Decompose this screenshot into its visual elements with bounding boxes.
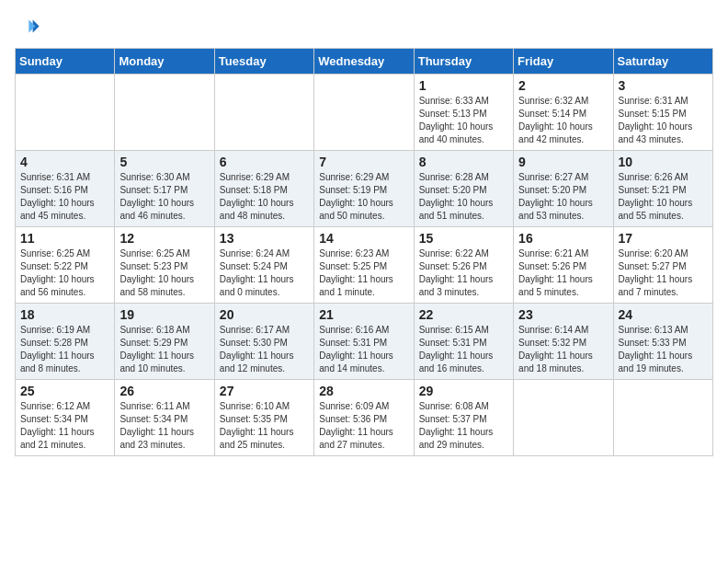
day-info: Sunrise: 6:18 AM Sunset: 5:29 PM Dayligh…	[119, 324, 209, 375]
day-number: 5	[119, 155, 209, 169]
calendar-cell: 10Sunrise: 6:26 AM Sunset: 5:21 PM Dayli…	[613, 151, 712, 227]
day-info: Sunrise: 6:11 AM Sunset: 5:34 PM Dayligh…	[119, 400, 209, 452]
calendar-week-row: 1Sunrise: 6:33 AM Sunset: 5:13 PM Daylig…	[16, 75, 713, 151]
day-number: 23	[518, 307, 608, 322]
day-number: 1	[419, 78, 508, 93]
day-number: 19	[119, 307, 209, 322]
calendar-cell: 14Sunrise: 6:23 AM Sunset: 5:25 PM Dayli…	[314, 227, 414, 304]
calendar-cell: 28Sunrise: 6:09 AM Sunset: 5:36 PM Dayli…	[314, 380, 414, 456]
calendar-cell: 20Sunrise: 6:17 AM Sunset: 5:30 PM Dayli…	[214, 304, 313, 380]
day-info: Sunrise: 6:31 AM Sunset: 5:16 PM Dayligh…	[20, 171, 109, 223]
logo	[15, 15, 42, 40]
day-number: 6	[220, 155, 309, 169]
day-number: 9	[518, 155, 608, 169]
calendar-cell: 12Sunrise: 6:25 AM Sunset: 5:23 PM Dayli…	[115, 227, 214, 304]
calendar-cell: 27Sunrise: 6:10 AM Sunset: 5:35 PM Dayli…	[214, 380, 313, 456]
day-info: Sunrise: 6:17 AM Sunset: 5:30 PM Dayligh…	[220, 324, 309, 375]
day-info: Sunrise: 6:15 AM Sunset: 5:31 PM Dayligh…	[419, 324, 508, 375]
calendar-cell: 25Sunrise: 6:12 AM Sunset: 5:34 PM Dayli…	[16, 380, 115, 456]
calendar-cell: 5Sunrise: 6:30 AM Sunset: 5:17 PM Daylig…	[115, 151, 214, 227]
day-number: 22	[419, 307, 508, 322]
day-number: 2	[518, 78, 608, 93]
day-info: Sunrise: 6:12 AM Sunset: 5:34 PM Dayligh…	[20, 400, 109, 452]
calendar-cell: 15Sunrise: 6:22 AM Sunset: 5:26 PM Dayli…	[414, 227, 513, 304]
calendar-cell	[115, 75, 214, 151]
calendar-week-row: 18Sunrise: 6:19 AM Sunset: 5:28 PM Dayli…	[16, 304, 713, 380]
column-header-friday: Friday	[514, 49, 613, 75]
calendar-cell: 26Sunrise: 6:11 AM Sunset: 5:34 PM Dayli…	[115, 380, 214, 456]
day-info: Sunrise: 6:25 AM Sunset: 5:22 PM Dayligh…	[20, 247, 109, 299]
day-info: Sunrise: 6:25 AM Sunset: 5:23 PM Dayligh…	[119, 247, 209, 299]
day-info: Sunrise: 6:23 AM Sunset: 5:25 PM Dayligh…	[319, 247, 408, 299]
day-number: 18	[20, 307, 109, 322]
day-info: Sunrise: 6:13 AM Sunset: 5:33 PM Dayligh…	[619, 324, 708, 375]
calendar-cell: 9Sunrise: 6:27 AM Sunset: 5:20 PM Daylig…	[514, 151, 613, 227]
calendar-cell: 6Sunrise: 6:29 AM Sunset: 5:18 PM Daylig…	[214, 151, 313, 227]
day-number: 10	[619, 155, 708, 169]
day-info: Sunrise: 6:10 AM Sunset: 5:35 PM Dayligh…	[220, 400, 309, 452]
calendar-cell: 7Sunrise: 6:29 AM Sunset: 5:19 PM Daylig…	[314, 151, 414, 227]
column-header-thursday: Thursday	[414, 49, 513, 75]
day-info: Sunrise: 6:27 AM Sunset: 5:20 PM Dayligh…	[518, 171, 608, 223]
logo-icon	[15, 15, 40, 40]
calendar-cell: 23Sunrise: 6:14 AM Sunset: 5:32 PM Dayli…	[514, 304, 613, 380]
day-number: 12	[119, 231, 209, 246]
calendar-cell: 17Sunrise: 6:20 AM Sunset: 5:27 PM Dayli…	[613, 227, 712, 304]
day-number: 3	[619, 78, 708, 93]
day-info: Sunrise: 6:14 AM Sunset: 5:32 PM Dayligh…	[518, 324, 608, 375]
day-info: Sunrise: 6:08 AM Sunset: 5:37 PM Dayligh…	[419, 400, 508, 452]
day-number: 29	[419, 384, 508, 398]
day-number: 17	[619, 231, 708, 246]
calendar-cell	[314, 75, 414, 151]
calendar-cell: 2Sunrise: 6:32 AM Sunset: 5:14 PM Daylig…	[514, 75, 613, 151]
calendar-cell: 22Sunrise: 6:15 AM Sunset: 5:31 PM Dayli…	[414, 304, 513, 380]
calendar-cell: 1Sunrise: 6:33 AM Sunset: 5:13 PM Daylig…	[414, 75, 513, 151]
calendar-cell	[214, 75, 313, 151]
calendar-week-row: 25Sunrise: 6:12 AM Sunset: 5:34 PM Dayli…	[16, 380, 713, 456]
calendar-cell: 3Sunrise: 6:31 AM Sunset: 5:15 PM Daylig…	[613, 75, 712, 151]
day-info: Sunrise: 6:32 AM Sunset: 5:14 PM Dayligh…	[518, 95, 608, 146]
calendar-header-row: SundayMondayTuesdayWednesdayThursdayFrid…	[16, 49, 713, 75]
column-header-monday: Monday	[115, 49, 214, 75]
day-info: Sunrise: 6:19 AM Sunset: 5:28 PM Dayligh…	[20, 324, 109, 375]
day-info: Sunrise: 6:33 AM Sunset: 5:13 PM Dayligh…	[419, 95, 508, 146]
day-info: Sunrise: 6:26 AM Sunset: 5:21 PM Dayligh…	[619, 171, 708, 223]
day-number: 27	[220, 384, 309, 398]
page-header	[15, 15, 713, 40]
day-number: 13	[220, 231, 309, 246]
day-number: 20	[220, 307, 309, 322]
calendar-cell: 21Sunrise: 6:16 AM Sunset: 5:31 PM Dayli…	[314, 304, 414, 380]
calendar-cell	[16, 75, 115, 151]
day-info: Sunrise: 6:24 AM Sunset: 5:24 PM Dayligh…	[220, 247, 309, 299]
day-number: 14	[319, 231, 408, 246]
day-number: 21	[319, 307, 408, 322]
day-number: 7	[319, 155, 408, 169]
calendar-cell: 29Sunrise: 6:08 AM Sunset: 5:37 PM Dayli…	[414, 380, 513, 456]
day-info: Sunrise: 6:31 AM Sunset: 5:15 PM Dayligh…	[619, 95, 708, 146]
calendar-cell: 8Sunrise: 6:28 AM Sunset: 5:20 PM Daylig…	[414, 151, 513, 227]
column-header-saturday: Saturday	[613, 49, 712, 75]
calendar-cell	[514, 380, 613, 456]
day-number: 11	[20, 231, 109, 246]
day-info: Sunrise: 6:29 AM Sunset: 5:18 PM Dayligh…	[220, 171, 309, 223]
column-header-wednesday: Wednesday	[314, 49, 414, 75]
calendar-cell: 13Sunrise: 6:24 AM Sunset: 5:24 PM Dayli…	[214, 227, 313, 304]
day-info: Sunrise: 6:16 AM Sunset: 5:31 PM Dayligh…	[319, 324, 408, 375]
day-info: Sunrise: 6:21 AM Sunset: 5:26 PM Dayligh…	[518, 247, 608, 299]
day-number: 24	[619, 307, 708, 322]
day-number: 28	[319, 384, 408, 398]
column-header-tuesday: Tuesday	[214, 49, 313, 75]
day-info: Sunrise: 6:09 AM Sunset: 5:36 PM Dayligh…	[319, 400, 408, 452]
calendar-week-row: 11Sunrise: 6:25 AM Sunset: 5:22 PM Dayli…	[16, 227, 713, 304]
day-info: Sunrise: 6:20 AM Sunset: 5:27 PM Dayligh…	[619, 247, 708, 299]
day-number: 16	[518, 231, 608, 246]
day-info: Sunrise: 6:22 AM Sunset: 5:26 PM Dayligh…	[419, 247, 508, 299]
calendar-cell: 11Sunrise: 6:25 AM Sunset: 5:22 PM Dayli…	[16, 227, 115, 304]
calendar-cell: 19Sunrise: 6:18 AM Sunset: 5:29 PM Dayli…	[115, 304, 214, 380]
day-info: Sunrise: 6:29 AM Sunset: 5:19 PM Dayligh…	[319, 171, 408, 223]
calendar-cell: 24Sunrise: 6:13 AM Sunset: 5:33 PM Dayli…	[613, 304, 712, 380]
day-number: 4	[20, 155, 109, 169]
day-number: 8	[419, 155, 508, 169]
day-number: 26	[119, 384, 209, 398]
calendar-cell: 4Sunrise: 6:31 AM Sunset: 5:16 PM Daylig…	[16, 151, 115, 227]
